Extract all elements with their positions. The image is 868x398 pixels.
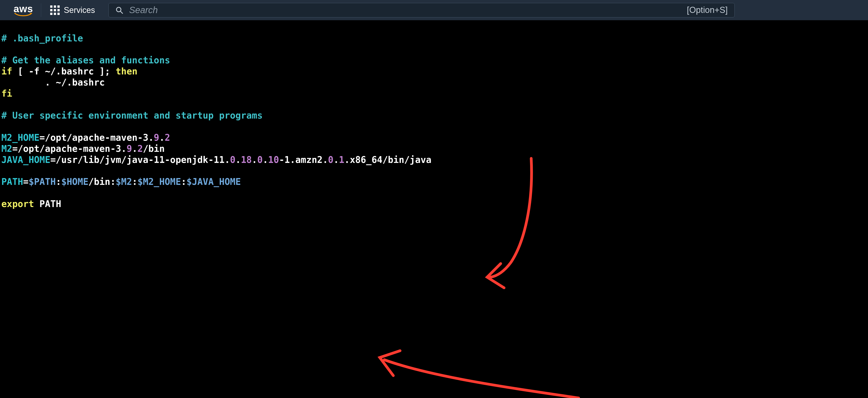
services-label: Services	[64, 5, 95, 15]
aws-smile-icon	[14, 13, 32, 17]
code-keyword-export: export	[1, 199, 34, 209]
code-var: JAVA_HOME	[1, 154, 51, 165]
services-menu[interactable]: Services	[50, 5, 95, 15]
code-number: 2	[137, 143, 143, 154]
code-comment: # User specific environment and startup …	[1, 110, 263, 121]
search-shortcut-hint: [Option+S]	[687, 5, 728, 15]
code-text: .	[236, 154, 241, 165]
code-number: 9	[127, 143, 132, 154]
services-grid-icon	[50, 5, 60, 15]
code-text: .	[333, 154, 339, 165]
search-icon	[116, 6, 123, 14]
code-text: -1.amzn2.	[279, 154, 328, 165]
code-text: :	[56, 176, 61, 187]
code-text: .	[252, 154, 257, 165]
code-text: :	[132, 176, 137, 187]
search-input[interactable]	[129, 5, 681, 16]
aws-header: aws Services [Option+S]	[0, 0, 868, 20]
code-text: . ~/.bashrc	[1, 77, 105, 88]
code-var: M2_HOME	[1, 132, 39, 143]
terminal-code: # .bash_profile # Get the aliases and fu…	[0, 20, 868, 209]
code-envvar: $HOME	[61, 176, 88, 187]
code-text: .x86_64/bin/java	[344, 154, 431, 165]
code-number: 1	[339, 154, 344, 165]
code-var: M2	[1, 143, 12, 154]
aws-logo[interactable]: aws	[13, 3, 41, 17]
code-number: 0	[328, 154, 333, 165]
code-envvar: $M2	[116, 176, 132, 187]
code-text: =/opt/apache-maven-3.	[39, 132, 154, 143]
code-number: 18	[241, 154, 252, 165]
code-envvar: $PATH	[29, 176, 56, 187]
code-text: /bin	[143, 143, 164, 154]
code-envvar: $M2_HOME	[137, 176, 181, 187]
code-envvar: $JAVA_HOME	[186, 176, 241, 187]
code-number: 0	[257, 154, 263, 165]
code-text: .	[159, 132, 164, 143]
code-number: 9	[154, 132, 159, 143]
code-var: PATH	[1, 176, 23, 187]
code-text: /bin:	[88, 176, 116, 187]
code-text: PATH	[34, 199, 61, 209]
code-comment: # .bash_profile	[1, 33, 83, 44]
code-text: [ -f ~/.bashrc ];	[12, 66, 116, 77]
code-keyword-if: if	[1, 66, 12, 77]
code-number: 2	[165, 132, 170, 143]
code-text: .	[132, 143, 137, 154]
code-comment: # Get the aliases and functions	[1, 55, 170, 65]
code-number: 10	[268, 154, 279, 165]
code-text: .	[263, 154, 268, 165]
aws-logo-text: aws	[13, 4, 33, 14]
code-keyword-then: then	[116, 66, 137, 77]
code-text: =	[23, 176, 29, 187]
code-text: =/usr/lib/jvm/java-11-openjdk-11.	[51, 154, 230, 165]
code-text: =/opt/apache-maven-3.	[12, 143, 127, 154]
code-keyword-fi: fi	[1, 88, 12, 98]
header-search[interactable]: [Option+S]	[108, 3, 735, 18]
code-text: :	[181, 176, 186, 187]
code-number: 0	[230, 154, 235, 165]
svg-line-1	[120, 11, 123, 13]
